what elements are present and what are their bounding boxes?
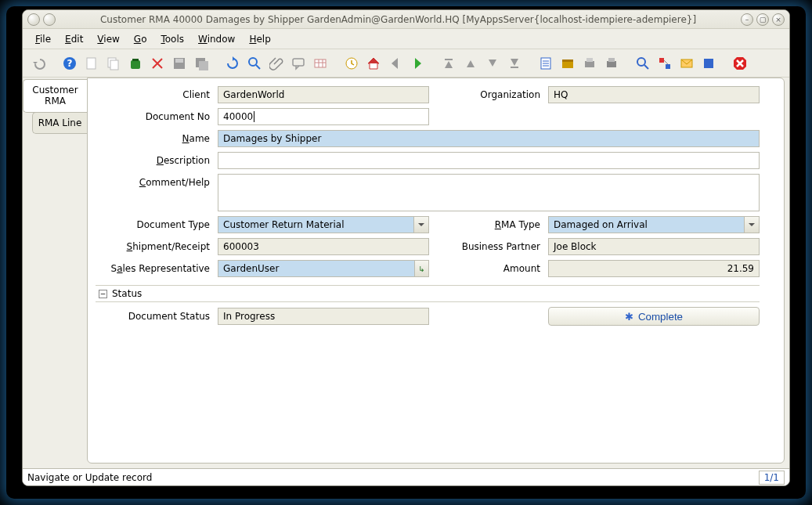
first-record-icon[interactable] — [439, 54, 458, 73]
svg-rect-5 — [131, 60, 140, 69]
last-record-icon[interactable] — [505, 54, 524, 73]
svg-rect-20 — [511, 67, 518, 68]
svg-rect-30 — [608, 58, 615, 62]
history-icon[interactable] — [342, 54, 361, 73]
delete-icon[interactable] — [126, 54, 145, 73]
label-document-no: Document No — [96, 111, 213, 122]
field-document-no[interactable]: 40000 — [218, 108, 429, 125]
menubar: File Edit View Go Tools Window Help — [23, 29, 789, 49]
label-document-type: Document Type — [96, 219, 213, 230]
refresh-icon[interactable] — [223, 54, 242, 73]
close-icon[interactable] — [731, 54, 749, 73]
archive-icon[interactable] — [558, 54, 577, 73]
statusbar: Navigate or Update record 1/1 — [23, 468, 789, 485]
svg-rect-4 — [110, 60, 118, 70]
tab-rma-line[interactable]: RMA Line — [32, 112, 87, 134]
field-comment-help[interactable] — [218, 174, 760, 211]
product-info-icon[interactable] — [699, 54, 718, 73]
svg-rect-27 — [585, 61, 594, 67]
copy-icon[interactable] — [104, 54, 123, 73]
tab-customer-rma[interactable]: Customer RMA — [23, 79, 87, 113]
grid-toggle-icon[interactable] — [311, 54, 330, 73]
section-status[interactable]: − Status — [96, 285, 760, 302]
maximize-button[interactable]: ▢ — [756, 13, 769, 26]
svg-rect-19 — [445, 59, 453, 60]
request-icon[interactable] — [677, 54, 696, 73]
svg-rect-6 — [132, 59, 139, 61]
menu-view[interactable]: View — [91, 31, 125, 47]
workflow-icon[interactable] — [655, 54, 674, 73]
help-icon[interactable]: ? — [60, 54, 79, 73]
field-business-partner: Joe Block — [548, 238, 760, 255]
window-menu-button[interactable] — [27, 13, 40, 26]
menu-help[interactable]: Help — [243, 31, 276, 47]
forward-icon[interactable] — [408, 54, 427, 73]
previous-record-icon[interactable] — [461, 54, 480, 73]
attachment-icon[interactable] — [267, 54, 286, 73]
field-sales-rep[interactable]: GardenUser↳ — [218, 260, 429, 277]
titlebar: Customer RMA 40000 Damages by Shipper Ga… — [23, 10, 789, 29]
menu-go[interactable]: Go — [128, 31, 153, 47]
field-name[interactable]: Damages by Shipper — [218, 130, 760, 147]
svg-text:?: ? — [67, 58, 73, 69]
svg-rect-8 — [175, 59, 183, 63]
close-window-button[interactable]: × — [772, 13, 785, 26]
collapse-icon[interactable]: − — [99, 290, 107, 298]
field-description[interactable] — [218, 152, 760, 169]
tab-label: RMA Line — [38, 117, 82, 128]
chevron-down-icon — [418, 223, 424, 226]
section-title: Status — [112, 288, 142, 299]
chevron-down-icon — [749, 223, 755, 226]
svg-rect-34 — [666, 64, 670, 69]
save-create-icon[interactable] — [192, 54, 211, 73]
window-title: Customer RMA 40000 Damages by Shipper Ga… — [56, 14, 741, 25]
zoom-across-icon[interactable] — [633, 54, 652, 73]
field-document-type[interactable]: Customer Return Material — [218, 216, 429, 233]
label-sales-rep: Sales Representative — [96, 263, 213, 274]
complete-button[interactable]: ✱ Complete — [548, 307, 760, 326]
svg-line-35 — [664, 60, 668, 64]
svg-rect-2 — [87, 58, 96, 69]
label-client: Client — [96, 89, 213, 100]
window-shade-button[interactable] — [43, 13, 56, 26]
next-record-icon[interactable] — [483, 54, 502, 73]
chat-icon[interactable] — [289, 54, 308, 73]
svg-line-32 — [644, 65, 648, 69]
menu-window[interactable]: Window — [192, 31, 241, 47]
tab-label: Customer RMA — [32, 85, 78, 106]
field-rma-type[interactable]: Damaged on Arrival — [548, 216, 760, 233]
home-icon[interactable] — [364, 54, 383, 73]
report-icon[interactable] — [536, 54, 555, 73]
svg-rect-29 — [607, 61, 616, 67]
field-client: GardenWorld — [218, 86, 429, 103]
new-icon[interactable] — [82, 54, 101, 73]
gear-icon: ✱ — [625, 311, 633, 323]
save-icon[interactable] — [170, 54, 189, 73]
side-tabs: Customer RMA RMA Line — [23, 78, 87, 468]
print-preview-icon[interactable] — [580, 54, 599, 73]
delete-selection-icon[interactable] — [148, 54, 167, 73]
undo-icon[interactable] — [29, 54, 48, 73]
lookup-icon[interactable]: ↳ — [414, 261, 428, 276]
svg-rect-14 — [315, 60, 326, 67]
form-panel: Client GardenWorld Organization HQ Docum… — [87, 78, 785, 464]
field-organization: HQ — [548, 86, 760, 103]
minimize-button[interactable]: – — [741, 13, 753, 26]
menu-file[interactable]: File — [29, 31, 57, 47]
svg-rect-28 — [586, 58, 593, 62]
find-icon[interactable] — [245, 54, 264, 73]
label-name: Name — [96, 133, 213, 144]
svg-rect-37 — [704, 59, 713, 68]
label-business-partner: Business Partner — [434, 241, 543, 252]
svg-point-31 — [637, 58, 645, 66]
content-area: Customer RMA RMA Line Client GardenWorld… — [23, 78, 789, 468]
menu-edit[interactable]: Edit — [59, 31, 89, 47]
print-icon[interactable] — [602, 54, 621, 73]
field-document-status: In Progress — [218, 308, 429, 325]
back-icon[interactable] — [386, 54, 405, 73]
svg-rect-26 — [562, 60, 573, 62]
menu-tools[interactable]: Tools — [154, 31, 190, 47]
label-organization: Organization — [434, 89, 543, 100]
svg-line-12 — [256, 65, 260, 69]
svg-rect-33 — [659, 58, 664, 63]
